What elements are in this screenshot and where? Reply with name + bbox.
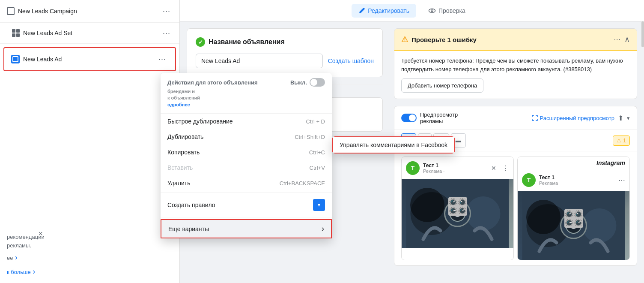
svg-point-12: [566, 218, 581, 233]
expand-preview-button[interactable]: Расширенный предпросмотр: [532, 115, 614, 121]
copy-item[interactable]: Копировать Ctrl+C: [161, 145, 332, 160]
preview-dropdown-button[interactable]: ▾: [627, 115, 630, 121]
eye-icon: [428, 7, 436, 15]
adset-icon: [12, 29, 20, 37]
warning-icon-small: ⚠: [617, 138, 621, 144]
fb-avatar: Т: [406, 161, 420, 175]
manage-comments-item[interactable]: Управлять комментариями в Facebook: [333, 137, 454, 153]
sidebar-campaign-row[interactable]: New Leads Campaign ···: [0, 0, 179, 23]
ig-more-icon[interactable]: ⋯: [618, 176, 625, 184]
warning-badge: ⚠ 1: [613, 135, 630, 146]
error-collapse-button[interactable]: ∧: [624, 35, 630, 44]
create-rule-item[interactable]: Создать правило ▾: [161, 195, 332, 215]
ad-name-title: Название объявления: [196, 37, 374, 47]
ad-label: New Leads Ad: [23, 56, 153, 63]
svg-point-4: [466, 196, 501, 231]
svg-point-11: [561, 213, 587, 238]
svg-point-5: [445, 201, 471, 226]
campaign-icon: [7, 7, 15, 15]
ig-avatar: Т: [522, 173, 536, 187]
preview-label: Предпросмотр рекламы: [420, 111, 458, 124]
delete-item[interactable]: Удалить Ctrl+BACKSPACE: [161, 175, 332, 191]
fb-image-graphic: [402, 179, 513, 248]
error-title: ⚠ Проверьте 1 ошибку: [401, 35, 477, 44]
edit-button[interactable]: Редактировать: [352, 4, 416, 18]
paste-item: Вставить Ctrl+V: [161, 160, 332, 175]
top-bar: Редактировать Проверка: [180, 0, 644, 21]
rec-text2: рекламы.: [7, 242, 31, 249]
svg-point-1: [431, 9, 433, 12]
fb-more-icon[interactable]: ⋮: [502, 164, 509, 172]
preview-button[interactable]: Проверка: [421, 3, 472, 18]
svg-point-0: [429, 9, 435, 12]
ad-icon: [11, 55, 20, 63]
warning-icon: ⚠: [401, 35, 408, 44]
fb-preview-image: [402, 179, 513, 248]
close-recommendations-button[interactable]: ×: [38, 229, 43, 238]
campaign-label: New Leads Campaign: [18, 8, 157, 15]
ad-more-button[interactable]: ···: [156, 53, 168, 65]
dropdown-arrow-icon: ▾: [313, 199, 325, 211]
ig-header: Instagram: [518, 157, 629, 169]
toggle-off-label: Выкл.: [290, 79, 307, 86]
quick-duplicate-item[interactable]: Быстрое дублирование Ctrl + D: [161, 114, 332, 129]
fb-close-icon[interactable]: ✕: [491, 165, 496, 172]
error-body: Требуется номер телефона: Прежде чем вы …: [394, 51, 637, 99]
rec-text3: ее: [7, 255, 13, 261]
scrollbar-thumb[interactable]: [641, 21, 644, 47]
svg-point-7: [454, 210, 461, 217]
preview-card: Предпросмотр рекламы Расширенный предпро…: [394, 106, 637, 266]
sidebar: New Leads Campaign ··· New Leads Ad Set …: [0, 0, 180, 283]
ad-name-section: Название объявления Создать шаблон: [187, 28, 383, 77]
share-button[interactable]: ⬆: [618, 114, 623, 122]
ig-preview-image: [518, 191, 629, 260]
edit-icon: [358, 7, 365, 14]
error-more-button[interactable]: ···: [614, 36, 621, 43]
duplicate-item[interactable]: Дублировать Ctrl+Shift+D: [161, 129, 332, 145]
adset-label: New Leads Ad Set: [23, 30, 157, 36]
adset-more-button[interactable]: ···: [161, 27, 173, 39]
sidebar-ad-item[interactable]: New Leads Ad ···: [3, 47, 176, 71]
ig-preview: Instagram Т Тест 1 Реклама ⋯: [517, 157, 630, 260]
more-options-item[interactable]: Еще варианты ›: [161, 219, 332, 238]
campaign-more-button[interactable]: ···: [161, 5, 173, 17]
add-phone-button[interactable]: Добавить номер телефона: [401, 78, 483, 93]
name-check-icon: [196, 37, 205, 47]
fb-preview: Т Тест 1 Реклама · ✕ ⋮: [401, 157, 514, 260]
ad-name-input[interactable]: [196, 54, 323, 68]
fb-post-header: Т Тест 1 Реклама · ✕ ⋮: [402, 157, 513, 179]
ad-toggle[interactable]: [310, 78, 325, 87]
svg-point-6: [450, 206, 465, 221]
ad-name-input-row: Создать шаблон: [196, 54, 374, 68]
more-arrow-icon: ›: [322, 224, 324, 233]
ig-image-graphic: [518, 191, 629, 260]
expand-icon: [532, 115, 538, 121]
ig-post-header: Т Тест 1 Реклама ⋯: [518, 169, 629, 191]
error-card: ⚠ Проверьте 1 ошибку ··· ∧ Требуется ном…: [394, 28, 637, 99]
context-menu-header: Действия для этого объявления Выкл. брен…: [161, 73, 332, 114]
rec-text4: к больше: [7, 269, 31, 275]
left-bottom-panel: × рекомендации рекламы. ее › к больше ›: [0, 223, 86, 283]
rec-more-arrow[interactable]: ›: [33, 267, 35, 276]
rec-arrow-button[interactable]: ›: [15, 253, 18, 262]
submenu: Управлять комментариями в Facebook: [332, 136, 455, 154]
create-template-button[interactable]: Создать шаблон: [328, 57, 374, 64]
preview-header: Предпросмотр рекламы Расширенный предпро…: [394, 106, 637, 130]
svg-point-13: [570, 222, 577, 229]
svg-point-10: [582, 208, 617, 243]
error-header: ⚠ Проверьте 1 ошибку ··· ∧: [394, 29, 637, 51]
preview-toggle[interactable]: [401, 114, 417, 122]
sidebar-adset-row[interactable]: New Leads Ad Set ···: [0, 23, 179, 44]
preview-content: Т Тест 1 Реклама · ✕ ⋮: [394, 151, 637, 265]
scrollbar-track: [641, 21, 644, 283]
context-menu: Действия для этого объявления Выкл. брен…: [161, 73, 332, 238]
